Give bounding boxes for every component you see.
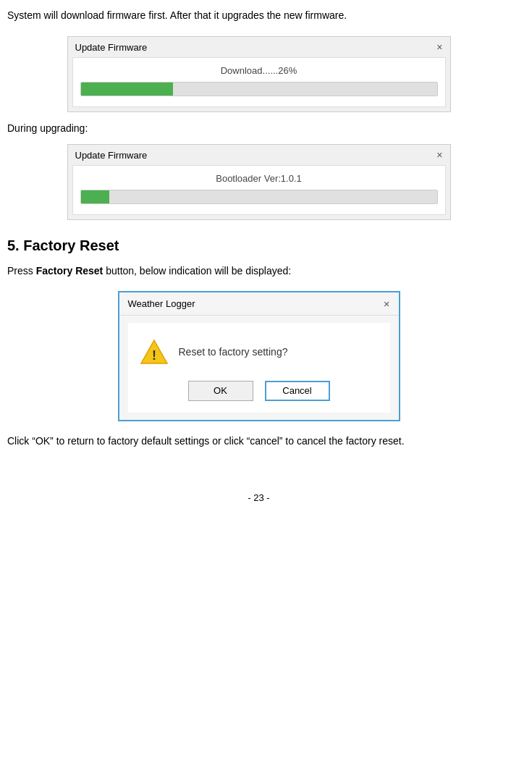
during-label: During upgrading: — [7, 122, 510, 134]
svg-text:!: ! — [152, 348, 156, 363]
dialog-titlebar: Update Firmware × — [68, 37, 450, 57]
upgrade-dialog-title: Update Firmware — [75, 150, 148, 161]
download-label: Download......26% — [80, 65, 438, 76]
wl-content: ! Reset to factory setting? — [140, 337, 379, 366]
click-text: Click “OK” to return to factory default … — [7, 433, 510, 449]
upgrade-progress-fill — [81, 190, 109, 203]
wl-buttons: OK Cancel — [140, 381, 379, 401]
close-icon[interactable]: × — [436, 41, 442, 53]
warning-icon: ! — [140, 337, 169, 366]
section-heading: 5. Factory Reset — [7, 237, 510, 254]
press-text-after: button, below indication will be display… — [103, 265, 291, 277]
upgrade-dialog-body: Bootloader Ver:1.0.1 — [72, 165, 446, 215]
download-firmware-dialog: Update Firmware × Download......26% — [67, 36, 451, 112]
upgrade-dialog-titlebar: Update Firmware × — [68, 145, 450, 165]
press-text-before: Press — [7, 265, 36, 277]
wl-close-icon[interactable]: × — [384, 298, 390, 310]
progress-bar-track — [80, 82, 438, 96]
wl-titlebar: Weather Logger × — [119, 292, 399, 316]
intro-paragraph: System will download firmware first. Aft… — [7, 7, 510, 23]
weather-logger-dialog: Weather Logger × ! Reset to factory sett… — [118, 291, 400, 421]
wl-title: Weather Logger — [128, 298, 195, 309]
progress-bar-fill — [81, 83, 174, 96]
ok-button[interactable]: OK — [188, 381, 253, 401]
weather-logger-dialog-wrapper: Weather Logger × ! Reset to factory sett… — [7, 291, 510, 421]
bootloader-label: Bootloader Ver:1.0.1 — [80, 173, 438, 184]
cancel-button[interactable]: Cancel — [265, 381, 330, 401]
dialog-body: Download......26% — [72, 57, 446, 107]
press-text-bold: Factory Reset — [36, 265, 104, 277]
wl-body: ! Reset to factory setting? OK Cancel — [128, 323, 390, 413]
upgrade-firmware-dialog: Update Firmware × Bootloader Ver:1.0.1 — [67, 144, 451, 220]
upgrade-close-icon[interactable]: × — [436, 149, 442, 161]
wl-message: Reset to factory setting? — [179, 346, 288, 358]
page-number: - 23 - — [7, 492, 510, 503]
upgrade-progress-track — [80, 190, 438, 204]
press-text: Press Factory Reset button, below indica… — [7, 263, 510, 279]
dialog-title: Update Firmware — [75, 42, 148, 53]
